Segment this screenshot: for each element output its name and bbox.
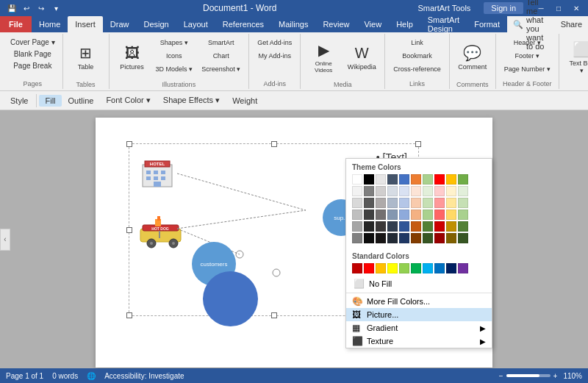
tab-review[interactable]: Review bbox=[315, 16, 356, 32]
color-swatch[interactable] bbox=[434, 221, 445, 232]
handle-bl[interactable] bbox=[126, 312, 132, 318]
color-swatch[interactable] bbox=[399, 174, 409, 185]
color-swatch[interactable] bbox=[446, 198, 456, 208]
color-swatch[interactable] bbox=[364, 186, 374, 196]
color-swatch[interactable] bbox=[387, 233, 398, 243]
pictures-btn[interactable]: 🖼 Pictures bbox=[114, 37, 151, 78]
customize-quick-btn[interactable]: ▾ bbox=[50, 2, 62, 14]
color-swatch[interactable] bbox=[434, 233, 445, 243]
bookmark-btn[interactable]: Bookmark bbox=[390, 50, 445, 62]
color-swatch[interactable] bbox=[352, 198, 362, 208]
color-swatch[interactable] bbox=[376, 221, 386, 232]
color-swatch[interactable] bbox=[352, 186, 362, 196]
color-swatch[interactable] bbox=[458, 186, 468, 196]
header-btn[interactable]: Header ▾ bbox=[501, 37, 554, 49]
color-swatch[interactable] bbox=[423, 198, 433, 208]
color-swatch[interactable] bbox=[458, 198, 468, 208]
close-btn[interactable]: ✕ bbox=[570, 2, 582, 14]
color-swatch[interactable] bbox=[434, 198, 445, 208]
color-swatch[interactable] bbox=[399, 198, 409, 208]
color-swatch[interactable] bbox=[434, 186, 445, 196]
color-swatch[interactable] bbox=[446, 233, 456, 243]
color-swatch[interactable] bbox=[399, 233, 409, 243]
table-btn[interactable]: ⊞ Table bbox=[68, 37, 104, 78]
page-break-btn[interactable]: Page Break bbox=[7, 60, 58, 71]
color-swatch[interactable] bbox=[399, 210, 409, 220]
color-swatch[interactable] bbox=[411, 221, 421, 232]
undo-quick-btn[interactable]: ↩ bbox=[21, 2, 32, 14]
zoom-slider[interactable] bbox=[506, 374, 551, 377]
color-swatch[interactable] bbox=[387, 210, 398, 220]
color-swatch[interactable] bbox=[458, 233, 468, 243]
font-color-toolbar-btn[interactable]: Font Color ▾ bbox=[100, 94, 156, 107]
texture-item[interactable]: ⬛ Texture ▶ bbox=[346, 334, 492, 348]
get-addins-btn[interactable]: Get Add-ins bbox=[254, 37, 295, 49]
color-swatch[interactable] bbox=[387, 198, 398, 208]
wikipedia-btn[interactable]: W Wikipedia bbox=[343, 37, 380, 78]
icons-btn[interactable]: Icons bbox=[152, 50, 197, 62]
tab-format[interactable]: Format bbox=[467, 16, 507, 32]
standard-color-swatch[interactable] bbox=[376, 263, 386, 273]
online-videos-btn[interactable]: ▶ Online Videos bbox=[305, 37, 342, 78]
my-addins-btn[interactable]: My Add-ins bbox=[254, 50, 295, 62]
color-swatch[interactable] bbox=[423, 233, 433, 243]
gradient-item[interactable]: ▦ Gradient ▶ bbox=[346, 321, 492, 334]
standard-color-swatch[interactable] bbox=[446, 263, 456, 273]
color-swatch[interactable] bbox=[364, 174, 374, 185]
color-swatch[interactable] bbox=[364, 221, 374, 232]
shape-effects-toolbar-btn[interactable]: Shape Effects ▾ bbox=[157, 94, 226, 107]
color-swatch[interactable] bbox=[376, 174, 386, 185]
color-swatch[interactable] bbox=[423, 186, 433, 196]
more-fill-colors-item[interactable]: 🎨 More Fill Colors... bbox=[346, 295, 492, 308]
tab-smartart-design[interactable]: SmartArt Design bbox=[420, 16, 467, 32]
handle-bc[interactable] bbox=[271, 312, 277, 318]
color-swatch[interactable] bbox=[434, 174, 445, 185]
color-swatch[interactable] bbox=[423, 174, 433, 185]
color-swatch[interactable] bbox=[352, 221, 362, 232]
comment-btn[interactable]: 💬 Comment bbox=[454, 37, 491, 78]
tab-help[interactable]: Help bbox=[389, 16, 420, 32]
screenshot-btn[interactable]: Screenshot ▾ bbox=[198, 63, 244, 75]
standard-color-swatch[interactable] bbox=[387, 263, 398, 273]
no-fill-item[interactable]: ⬜ No Fill bbox=[346, 276, 492, 291]
color-swatch[interactable] bbox=[446, 186, 456, 196]
color-swatch[interactable] bbox=[411, 174, 421, 185]
color-swatch[interactable] bbox=[376, 210, 386, 220]
color-swatch[interactable] bbox=[423, 210, 433, 220]
tell-me-bar[interactable]: 🔍 Tell me what you want to do bbox=[507, 16, 555, 32]
color-swatch[interactable] bbox=[458, 221, 468, 232]
smartart-btn[interactable]: SmartArt bbox=[198, 37, 244, 49]
standard-color-swatch[interactable] bbox=[364, 263, 374, 273]
color-swatch[interactable] bbox=[423, 221, 433, 232]
restore-btn[interactable]: □ bbox=[553, 2, 564, 14]
color-swatch[interactable] bbox=[352, 210, 362, 220]
chart-btn[interactable]: Chart bbox=[198, 50, 244, 62]
cover-page-btn[interactable]: Cover Page ▾ bbox=[7, 37, 58, 48]
style-toolbar-btn[interactable]: Style bbox=[4, 95, 34, 107]
tab-home[interactable]: Home bbox=[32, 16, 68, 32]
color-swatch[interactable] bbox=[458, 210, 468, 220]
standard-color-swatch[interactable] bbox=[352, 263, 362, 273]
cross-reference-btn[interactable]: Cross-reference bbox=[390, 63, 445, 75]
fill-toolbar-btn[interactable]: Fill bbox=[39, 95, 61, 107]
nav-left-arrow[interactable]: ‹ bbox=[0, 229, 10, 251]
handle-tl[interactable] bbox=[126, 141, 132, 147]
zoom-control[interactable]: − + 110% bbox=[499, 372, 582, 380]
tab-view[interactable]: View bbox=[356, 16, 389, 32]
tab-layout[interactable]: Layout bbox=[176, 16, 215, 32]
standard-color-swatch[interactable] bbox=[399, 263, 409, 273]
shapes-btn[interactable]: Shapes ▾ bbox=[152, 37, 197, 49]
tab-mailings[interactable]: Mailings bbox=[271, 16, 315, 32]
handle-ml[interactable] bbox=[126, 227, 132, 233]
color-swatch[interactable] bbox=[364, 198, 374, 208]
color-swatch[interactable] bbox=[411, 210, 421, 220]
color-swatch[interactable] bbox=[446, 210, 456, 220]
color-swatch[interactable] bbox=[387, 186, 398, 196]
color-swatch[interactable] bbox=[458, 174, 468, 185]
3d-models-btn[interactable]: 3D Models ▾ bbox=[152, 63, 197, 75]
color-swatch[interactable] bbox=[352, 233, 362, 243]
tab-draw[interactable]: Draw bbox=[103, 16, 137, 32]
color-swatch[interactable] bbox=[376, 186, 386, 196]
handle-tr[interactable] bbox=[415, 141, 421, 147]
tab-insert[interactable]: Insert bbox=[68, 16, 103, 32]
